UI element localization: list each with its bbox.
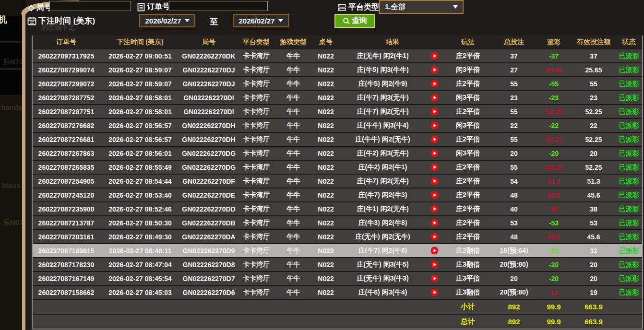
replay-play-icon[interactable]	[430, 260, 439, 269]
platform-type-select[interactable]: 1.全部	[379, 0, 464, 14]
table-row[interactable]: 260227087299074 2026-02-27 08:59:07 GN02…	[33, 63, 642, 77]
cell-result: 庄(牛2) 闲2(牛1)	[341, 160, 425, 174]
table-row[interactable]: 260227087158662 2026-02-27 08:45:03 GN02…	[33, 285, 642, 299]
replay-play-icon[interactable]	[430, 80, 439, 88]
table-row[interactable]: 260227087235900 2026-02-27 08:52:46 GN02…	[33, 202, 642, 216]
cell-status: 已派彩	[616, 132, 642, 146]
cell-play-type: 闲3平倍	[444, 63, 492, 77]
chevron-down-icon	[278, 19, 283, 22]
header-round-id: 局号	[180, 35, 237, 49]
cell-replay	[425, 132, 444, 146]
replay-play-icon[interactable]	[430, 52, 439, 60]
table-row[interactable]: 260227087276681 2026-02-27 08:56:57 GN02…	[33, 132, 642, 146]
cell-bet-time: 2026-02-27 08:56:01	[100, 146, 180, 160]
cell-play-type: 庄2平倍	[444, 77, 492, 91]
cell-status: 已派彩	[616, 91, 642, 105]
replay-play-icon[interactable]	[430, 288, 439, 296]
replay-play-icon[interactable]	[430, 205, 439, 213]
cell-round-id: GN022262270D9	[180, 244, 237, 258]
grand-total-row: 总计 892 99.9 663.9	[33, 314, 642, 329]
cell-platform: 卡卡湾厅	[237, 160, 275, 174]
cell-payout: -20	[536, 271, 572, 285]
table-row[interactable]: 260227087265835 2026-02-27 08:55:49 GN02…	[33, 160, 642, 174]
table-row[interactable]: 260227087287752 2026-02-27 08:58:01 GN02…	[33, 91, 642, 105]
cell-game-type: 牛牛	[275, 285, 311, 299]
cell-order-id: 260227087276682	[33, 118, 100, 132]
table-row[interactable]: 260227087299072 2026-02-27 08:59:07 GN02…	[33, 77, 642, 91]
cell-status: 已派彩	[616, 174, 642, 188]
cell-order-id: 260227087245120	[33, 188, 100, 202]
cell-platform: 卡卡湾厅	[237, 285, 275, 299]
cell-play-type: 庄2平倍	[444, 174, 492, 188]
table-row[interactable]: 260227097317925 2026-02-27 09:00:51 GN02…	[33, 49, 642, 63]
cell-order-id: 260227087299074	[33, 63, 100, 77]
table-row[interactable]: 260227087245120 2026-02-27 08:53:40 GN02…	[33, 188, 642, 202]
cell-bet-time: 2026-02-27 08:48:11	[100, 244, 180, 258]
cell-bet-time: 2026-02-27 09:00:51	[100, 49, 180, 63]
subtotal-payout: 99.9	[536, 299, 572, 314]
cell-result: 庄(牛3) 闲2(牛8)	[341, 216, 425, 230]
cell-total-bet: 48	[492, 188, 536, 202]
cell-status: 已派彩	[616, 160, 642, 174]
table-row[interactable]: 260227087276682 2026-02-27 08:56:57 GN02…	[33, 118, 642, 132]
cell-payout: -37	[536, 49, 572, 63]
cell-play-type: 庄2平倍	[444, 216, 492, 230]
cell-status: 已派彩	[616, 63, 642, 77]
table-row[interactable]: 260227087189615 2026-02-27 08:48:11 GN02…	[33, 244, 642, 258]
cell-total-bet: 40	[492, 202, 536, 216]
replay-play-icon[interactable]	[430, 66, 439, 74]
table-row[interactable]: 260227087203161 2026-02-27 08:49:30 GN02…	[33, 230, 642, 244]
cell-game-type: 牛牛	[275, 188, 311, 202]
cell-payout: -20	[536, 258, 572, 271]
table-row[interactable]: 260227087167149 2026-02-27 08:45:54 GN02…	[33, 271, 642, 285]
cell-replay	[425, 49, 444, 63]
replay-play-icon[interactable]	[430, 247, 439, 255]
replay-play-icon[interactable]	[430, 135, 439, 143]
panel-left-border	[22, 11, 25, 330]
cell-valid-bet: 38	[572, 202, 616, 216]
replay-play-icon[interactable]	[430, 94, 439, 102]
subtotal-label: 小计	[444, 299, 492, 314]
background-card	[0, 43, 22, 69]
cell-round-id: GN022262270DH	[180, 118, 237, 132]
order-number-input[interactable]	[169, 1, 268, 11]
cell-valid-bet: 19	[572, 285, 616, 299]
cell-status: 已派彩	[616, 146, 642, 160]
date-from-picker[interactable]: 2026/02/27	[139, 14, 195, 27]
replay-play-icon[interactable]	[430, 163, 439, 171]
replay-play-icon[interactable]	[430, 274, 439, 283]
cell-platform: 卡卡湾厅	[237, 271, 275, 285]
replay-play-icon[interactable]	[430, 121, 439, 130]
table-row[interactable]: 260227087213787 2026-02-27 08:50:30 GN02…	[33, 216, 642, 230]
search-button[interactable]: 查询	[334, 14, 375, 28]
table-row[interactable]: 260227087178230 2026-02-27 08:47:04 GN02…	[33, 258, 642, 271]
replay-play-icon[interactable]	[430, 149, 439, 157]
replay-play-icon[interactable]	[430, 177, 439, 185]
cell-result: 庄(无牛) 闲2(无牛)	[341, 230, 425, 244]
replay-play-icon[interactable]	[430, 219, 439, 227]
cell-bet-time: 2026-02-27 08:58:01	[100, 91, 180, 105]
cell-bet-time: 2026-02-27 08:45:03	[100, 285, 180, 299]
replay-play-icon[interactable]	[430, 233, 439, 241]
cell-platform: 卡卡湾厅	[237, 91, 275, 105]
table-row[interactable]: 260227087287751 2026-02-27 08:58:01 GN02…	[33, 105, 642, 118]
table-row[interactable]: 260227087267863 2026-02-27 08:56:01 GN02…	[33, 146, 642, 160]
round-number-input[interactable]	[49, 1, 131, 11]
cell-status: 已派彩	[616, 244, 642, 258]
order-list-icon	[137, 2, 145, 12]
cell-round-id: GN022262270D8	[180, 258, 237, 271]
cell-bet-time: 2026-02-27 08:47:04	[100, 258, 180, 271]
cell-status: 已派彩	[616, 202, 642, 216]
table-row[interactable]: 260227087254905 2026-02-27 08:54:44 GN02…	[33, 174, 642, 188]
cell-bet-time: 2026-02-27 08:49:30	[100, 230, 180, 244]
cell-valid-bet: 53	[572, 216, 616, 230]
cell-order-id: 260227097317925	[33, 49, 100, 63]
date-to-picker[interactable]: 2026/02/27	[233, 14, 289, 27]
cell-status: 已派彩	[616, 285, 642, 299]
cell-play-type: 庄2平倍	[444, 230, 492, 244]
replay-play-icon[interactable]	[430, 107, 439, 116]
cell-status: 已派彩	[616, 188, 642, 202]
cell-bet-time: 2026-02-27 08:56:57	[100, 132, 180, 146]
replay-play-icon[interactable]	[430, 191, 439, 199]
cell-bet-time: 2026-02-27 08:54:44	[100, 174, 180, 188]
